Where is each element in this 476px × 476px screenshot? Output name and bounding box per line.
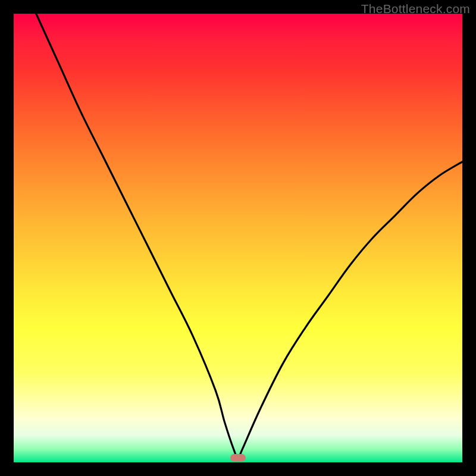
plot-area: [14, 14, 462, 462]
bottleneck-curve: [14, 14, 462, 462]
optimal-marker: [230, 454, 246, 462]
watermark-text: TheBottleneck.com: [361, 2, 470, 16]
chart-frame: TheBottleneck.com: [0, 0, 476, 476]
